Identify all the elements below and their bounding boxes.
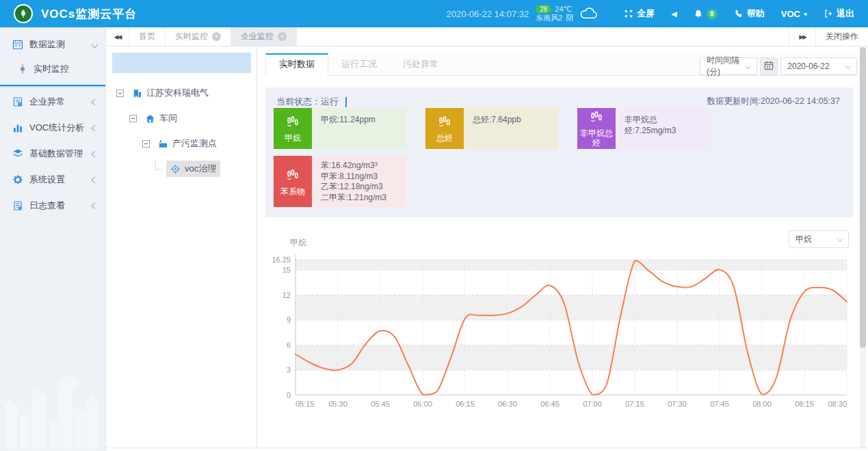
header-datetime: 2020-06-22 14:07:32 bbox=[446, 9, 529, 19]
pollutant-value-line: 甲烷:11.24ppm bbox=[321, 115, 398, 126]
sidebar-item-label: 日志查看 bbox=[29, 200, 65, 212]
tree-node-workshop[interactable]: 车间 bbox=[109, 108, 257, 128]
sidebar-item-system-settings[interactable]: 系统设置 bbox=[0, 167, 105, 193]
date-select[interactable]: 2020-06-22 bbox=[780, 57, 857, 75]
x-tick-label: 05:45 bbox=[371, 400, 390, 408]
scrollbar-thumb[interactable] bbox=[860, 47, 866, 348]
calendar-icon bbox=[764, 61, 774, 72]
phone-icon bbox=[734, 9, 744, 18]
pollutant-card-total-hc: 总烃总烃:7.64ppb bbox=[425, 108, 558, 149]
tree-node-voc-treatment[interactable]: voc治理 bbox=[109, 159, 257, 179]
notifications-button[interactable]: 0 bbox=[694, 9, 718, 19]
fullscreen-button[interactable]: 全屏 bbox=[624, 8, 655, 20]
open-tab[interactable]: 首页 bbox=[129, 27, 166, 46]
sidebar-item-data-monitoring[interactable]: 数据监测 bbox=[0, 31, 105, 57]
chart-band bbox=[295, 260, 847, 270]
gear-icon bbox=[12, 174, 23, 185]
y-tick-label: 16.25 bbox=[272, 256, 291, 264]
sidebar-subitem-label: 实时监控 bbox=[34, 63, 69, 75]
bell-icon bbox=[694, 9, 703, 19]
content-tab[interactable]: 运行工况 bbox=[328, 53, 390, 75]
sidebar-item-enterprise-abnormal[interactable]: 企业异常 bbox=[0, 89, 105, 115]
close-operations-button[interactable]: 关闭操作 bbox=[815, 27, 868, 46]
sidebar-item-voc-statistics[interactable]: VOC统计分析 bbox=[0, 115, 105, 141]
pollutant-card-benzene-series: 苯系物苯:16.42ng/m3³甲苯:8.11ng/m3乙苯:12.18ng/m… bbox=[274, 156, 406, 207]
pollutant-select[interactable]: 甲烷 bbox=[789, 230, 849, 248]
x-tick-label: 07:30 bbox=[668, 400, 687, 408]
chevron-down-icon bbox=[837, 236, 843, 242]
calendar-icon bbox=[12, 39, 23, 50]
interval-select-value: 时间间隔(分) bbox=[707, 55, 741, 78]
tree-node-body[interactable]: voc治理 bbox=[166, 161, 220, 177]
close-tab-icon[interactable]: × bbox=[278, 32, 287, 41]
tree-node-label: 江苏安科瑞电气 bbox=[146, 87, 209, 99]
chevron-down-icon bbox=[746, 64, 751, 69]
tree-collapse-icon[interactable] bbox=[142, 140, 150, 148]
chart-band bbox=[295, 345, 847, 370]
voc-menu-button[interactable]: VOC ▾ bbox=[781, 9, 807, 19]
gas-meter-icon bbox=[437, 114, 452, 131]
tree-node-body[interactable]: 车间 bbox=[141, 110, 181, 126]
open-tab-label: 企业监控 bbox=[241, 31, 274, 42]
scroll-tabs-right-button[interactable]: ▶▶ bbox=[789, 27, 815, 46]
workshop-icon bbox=[145, 113, 155, 124]
building-icon bbox=[132, 88, 142, 98]
x-tick-label: 07:15 bbox=[625, 400, 644, 408]
pollutant-values: 苯:16.42ng/m3³甲苯:8.11ng/m3乙苯:12.18ng/m3二甲… bbox=[312, 156, 406, 207]
doc-alert-icon bbox=[12, 96, 23, 107]
pollutant-value-line: 甲苯:8.11ng/m3 bbox=[321, 172, 398, 182]
help-button[interactable]: 帮助 bbox=[734, 8, 765, 20]
sidebar-item-log-viewer[interactable]: 日志查看 bbox=[0, 193, 105, 219]
tree-collapse-icon[interactable] bbox=[116, 90, 124, 97]
content-tab[interactable]: 污处异常 bbox=[390, 53, 451, 75]
status-value: 运行 bbox=[321, 96, 339, 108]
tree-node-company[interactable]: 江苏安科瑞电气 bbox=[109, 83, 257, 103]
sidebar-item-label: VOC统计分析 bbox=[29, 122, 84, 134]
sidebar-subitem-realtime-monitoring[interactable]: 实时监控 bbox=[0, 57, 105, 81]
y-tick-label: 3 bbox=[287, 366, 291, 374]
interval-select[interactable]: 时间间隔(分) bbox=[700, 57, 757, 75]
pollutant-value-line: 苯:16.42ng/m3³ bbox=[321, 161, 398, 172]
chevron-down-icon bbox=[845, 64, 850, 69]
tree-header-strip bbox=[112, 53, 251, 73]
cards-row: 苯系物苯:16.42ng/m3³甲苯:8.11ng/m3乙苯:12.18ng/m… bbox=[274, 156, 845, 207]
caret-down-icon: ▾ bbox=[804, 10, 807, 18]
sidebar-item-base-data[interactable]: 基础数据管理 bbox=[0, 141, 105, 167]
tree-collapse-icon[interactable] bbox=[129, 115, 137, 122]
tree-node-body[interactable]: 江苏安科瑞电气 bbox=[128, 85, 213, 101]
date-select-value: 2020-06-22 bbox=[787, 62, 829, 71]
chevron-left-icon bbox=[92, 150, 98, 157]
status-panel: 当前状态： 运行 数据更新时间:2020-06-22 14:05:37 甲烷甲烷… bbox=[265, 87, 854, 217]
help-label: 帮助 bbox=[747, 8, 765, 20]
logout-button[interactable]: 退出 bbox=[824, 8, 854, 20]
fullscreen-label: 全屏 bbox=[637, 8, 655, 20]
x-tick-label: 06:00 bbox=[413, 400, 432, 408]
cloud-weather-icon bbox=[579, 7, 599, 20]
pollutant-values: 总烃:7.64ppb bbox=[464, 108, 558, 149]
pollutant-tile-label: 非甲烷总烃 bbox=[579, 128, 614, 148]
content-tab[interactable]: 实时数据 bbox=[265, 53, 328, 76]
tree-node-label: 产污监测点 bbox=[172, 137, 217, 150]
chevron-left-icon bbox=[92, 176, 98, 183]
scroll-tabs-left-button[interactable]: ◀◀ bbox=[106, 27, 129, 46]
open-tab[interactable]: 实时监控× bbox=[166, 27, 231, 46]
mute-button[interactable]: ◀ bbox=[671, 10, 676, 18]
data-update-time: 数据更新时间:2020-06-22 14:05:37 bbox=[707, 96, 840, 107]
org-tree: 江苏安科瑞电气车间产污监测点voc治理 bbox=[107, 83, 257, 179]
open-tab[interactable]: 企业监控× bbox=[231, 27, 297, 46]
calendar-button[interactable] bbox=[760, 57, 778, 75]
bar-chart-icon bbox=[12, 122, 23, 133]
chevron-down-icon bbox=[92, 41, 98, 48]
tree-node-body[interactable]: 产污监测点 bbox=[154, 135, 221, 152]
pollutant-value-line: 非甲烷总烃:7.25mg/m3 bbox=[624, 115, 702, 136]
cards-row: 甲烷甲烷:11.24ppm总烃总烃:7.64ppb非甲烷总烃非甲烷总烃:7.25… bbox=[274, 108, 845, 149]
tree-node-monitor-point[interactable]: 产污监测点 bbox=[109, 133, 257, 154]
close-tab-icon[interactable]: × bbox=[212, 32, 221, 41]
log-icon bbox=[12, 200, 23, 211]
top-header: VOCs监测云平台 2020-06-22 14:07:32 28 24℃ 东南风… bbox=[0, 0, 868, 27]
pollutant-tile-benzene-series: 苯系物 bbox=[274, 156, 312, 207]
notification-count-badge: 0 bbox=[707, 9, 718, 19]
y-tick-label: 6 bbox=[287, 341, 291, 349]
tree-node-label: voc治理 bbox=[185, 163, 216, 175]
vertical-scrollbar[interactable] bbox=[860, 47, 866, 450]
